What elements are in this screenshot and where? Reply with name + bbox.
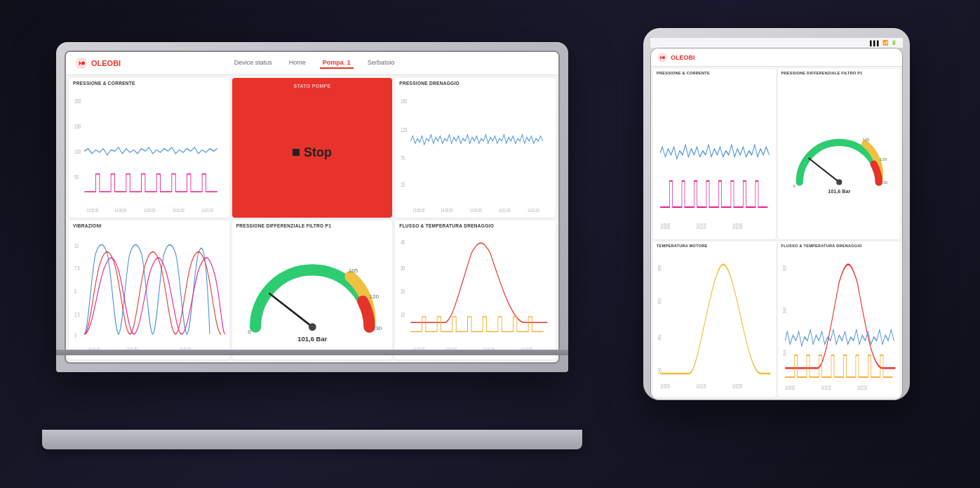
card-stato-pompe: STATO POMPE Stop [232,78,393,218]
logo-icon [74,56,88,70]
tab-device-status[interactable]: Device status [231,58,275,69]
svg-text:130: 130 [372,324,382,331]
tablet-header: OLEOBI [651,48,902,67]
svg-text:101,6 Bar: 101,6 Bar [297,334,327,342]
t-card-flusso-drenaggio: FLUSSO & TEMPERATURA DRENAGGIO 50 30 10 [778,242,901,397]
gauge-container: 0 105 120 130 101,6 Bar [236,230,389,357]
tablet-grid: PRESSIONE & CORRENTE 14:00:00 14:01:00 [651,67,902,400]
svg-text:10: 10 [74,242,79,248]
svg-line-32 [269,294,312,327]
svg-text:30: 30 [783,307,786,315]
tab-serbatoio[interactable]: Serbatoio [365,58,398,69]
svg-text:30: 30 [401,265,405,271]
chart-vibrazioni: 10 7.5 5 2.5 0 [73,230,225,357]
laptop-screen: OLEOBI Device status Home Pompa_1 Serbat… [65,51,560,364]
svg-text:80: 80 [658,265,662,273]
svg-text:125: 125 [401,126,407,134]
svg-text:120: 120 [879,157,887,161]
svg-text:2.5: 2.5 [74,311,80,317]
t-card-pressione-corrente: PRESSIONE & CORRENTE 14:00:00 14:01:00 [653,69,776,239]
tablet-body: ▌▌▌ 📶 🔋 OLEOBI [643,28,910,400]
battery-icon: 🔋 [891,40,897,46]
card-pressione-diff: PRESSIONE DIFFERENZIALE FILTRO P1 [232,220,393,360]
tablet-logo-icon [657,52,668,63]
svg-point-1 [81,62,85,65]
signal-icon: ▌▌▌ [870,41,880,46]
svg-text:25: 25 [401,180,405,188]
t-chart-pressione-corrente: 14:00:00 14:01:00 14:02:00 [657,77,772,237]
chart-flusso-temp: 40 30 20 10 14:00:30 14:01:00 [399,230,551,357]
tab-home[interactable]: Home [286,58,309,69]
laptop-base [42,430,582,449]
t-chart-flusso: 50 30 10 14:00:00 [781,249,897,395]
svg-text:60: 60 [658,298,662,306]
svg-text:120: 120 [369,294,379,300]
svg-text:7.5: 7.5 [74,265,80,271]
card-vibrazioni: VIBRAZIONI 10 7.5 5 2.5 0 [69,220,229,360]
svg-text:50: 50 [783,265,786,273]
svg-text:105: 105 [862,137,870,142]
t-title-flusso-drenaggio: FLUSSO & TEMPERATURA DRENAGGIO [781,244,897,248]
svg-text:50: 50 [74,173,79,180]
card-flusso-temp-title: FLUSSO & TEMPERATURA DRENAGGIO [399,223,551,228]
svg-text:14:01:30: 14:01:30 [528,208,539,213]
svg-text:150: 150 [74,122,81,130]
svg-text:14:01:00: 14:01:00 [697,383,706,389]
svg-text:13:59:30: 13:59:30 [86,208,98,213]
tab-pompa1[interactable]: Pompa_1 [320,58,354,69]
svg-text:13:59:30: 13:59:30 [413,208,425,213]
svg-text:130: 130 [880,180,887,185]
svg-text:14:00:00: 14:00:00 [785,384,795,390]
svg-text:100: 100 [74,147,81,155]
tablet-screen: OLEOBI PRESSIONE & CORRENTE [650,48,903,400]
tablet-logo: OLEOBI [657,52,695,63]
card-pressione-diff-title: PRESSIONE DIFFERENZIALE FILTRO P1 [236,223,389,228]
card-flusso-temp: FLUSSO & TEMPERATURA DRENAGGIO 40 30 20 … [395,220,556,360]
chart-pressione-corrente: 200 150 100 50 13:59:30 [73,88,225,215]
svg-text:14:02:00: 14:02:00 [732,383,742,389]
laptop-logo: OLEOBI [74,56,121,70]
card-pressione-drenaggio-title: PRESSIONE DRENAGGIO [399,81,551,86]
laptop-body: OLEOBI Device status Home Pompa_1 Serbat… [56,42,568,372]
stop-icon [293,149,300,156]
card-vibrazioni-title: VIBRAZIONI [73,223,225,228]
t-title-temperatura-motore: TEMPERATURA MOTORE [657,244,772,248]
scene: OLEOBI Device status Home Pompa_1 Serbat… [0,0,980,488]
svg-text:14:00:30: 14:00:30 [470,208,482,213]
t-title-pressione-diff: PRESSIONE DIFFERENZIALE FILTRO P1 [781,71,897,75]
svg-text:200: 200 [74,97,81,105]
tablet-status-bar: ▌▌▌ 📶 🔋 [650,38,903,48]
svg-text:14:00:00: 14:00:00 [660,223,670,231]
stop-text: Stop [304,145,332,160]
card-pressione-corrente: PRESSIONE & CORRENTE 200 150 100 50 [69,78,229,218]
tablet-dashboard: OLEOBI PRESSIONE & CORRENTE [651,48,902,400]
svg-text:14:01:00: 14:01:00 [697,223,706,231]
svg-text:40: 40 [401,239,405,244]
svg-text:14:00:30: 14:00:30 [144,208,156,213]
svg-point-44 [662,56,665,59]
svg-text:14:00:00: 14:00:00 [115,208,127,213]
stop-content: Stop [293,145,332,160]
svg-text:14:01:30: 14:01:30 [201,208,213,213]
t-card-temperatura-motore: TEMPERATURA MOTORE 80 60 40 20 14:00:00 [653,242,776,397]
laptop-header: OLEOBI Device status Home Pompa_1 Serbat… [66,52,558,75]
svg-text:5: 5 [74,289,76,294]
tablet-logo-text: OLEOBI [671,54,695,61]
svg-text:150: 150 [401,97,407,105]
laptop: OLEOBI Device status Home Pompa_1 Serbat… [56,42,589,449]
svg-text:75: 75 [401,154,405,161]
laptop-dashboard: OLEOBI Device status Home Pompa_1 Serbat… [66,52,558,362]
svg-text:0: 0 [793,183,796,188]
svg-text:20: 20 [401,289,405,294]
svg-text:10: 10 [401,311,405,317]
tablet: ▌▌▌ 📶 🔋 OLEOBI [643,28,910,400]
svg-text:14:02:00: 14:02:00 [732,223,742,231]
logo-text: OLEOBI [91,59,121,67]
svg-text:0: 0 [248,329,251,335]
t-title-pressione-corrente: PRESSIONE & CORRENTE [657,71,772,75]
t-chart-temperatura: 80 60 40 20 14:00:00 14:01:00 14:02:00 [657,249,772,395]
svg-text:14:01:00: 14:01:00 [173,208,184,213]
stato-pompe-title: STATO POMPE [293,84,330,88]
svg-text:10: 10 [783,349,786,357]
t-card-pressione-diff: PRESSIONE DIFFERENZIALE FILTRO P1 0 105 … [778,69,901,239]
